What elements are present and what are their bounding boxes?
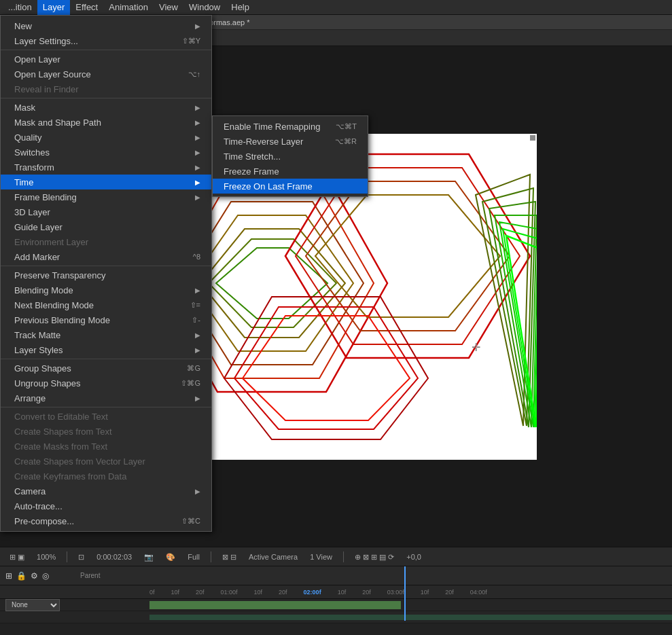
menu-item-new[interactable]: New ▶: [1, 18, 211, 33]
bottom-toolbar: ⊞ ▣ 100% ⊡ 0:00:02:03 📷 🎨 Full ⊠ ⊟ Activ…: [0, 547, 672, 566]
section-properties: Mask ▶ Mask and Shape Path ▶ Quality ▶ S…: [1, 98, 211, 264]
canvas-handle[interactable]: [530, 135, 535, 141]
ruler-mark-7: 10f: [338, 589, 347, 596]
menu-item-transform[interactable]: Transform ▶: [1, 160, 211, 175]
timeline-ruler: 0f 10f 20f 01:00f 10f 20f 02:00f 10f 20f…: [0, 585, 672, 599]
camera-icon[interactable]: ⊡: [74, 550, 88, 564]
menu-item-arrange[interactable]: Arrange ▶: [1, 391, 211, 405]
section-shapes: Group Shapes ⌘G Ungroup Shapes ⇧⌘G Arran…: [1, 359, 211, 405]
menu-item-convert-editable: Convert to Editable Text: [1, 409, 211, 424]
menu-item-camera[interactable]: Camera ▶: [1, 484, 211, 498]
ruler-mark-2: 20f: [196, 589, 205, 596]
zoom-display[interactable]: 100%: [33, 550, 60, 564]
time-item-reverse-layer[interactable]: Time-Reverse Layer ⌥⌘R: [213, 134, 368, 149]
timeline-icon-1[interactable]: ⊞: [5, 571, 12, 581]
menu-item-preserve-transparency[interactable]: Preserve Transparency: [1, 268, 211, 283]
menu-effect[interactable]: Effect: [70, 0, 103, 15]
ruler-mark-10: 10f: [421, 589, 429, 596]
ruler-mark-6: 02:00f: [304, 589, 321, 596]
menu-item-open-layer[interactable]: Open Layer: [1, 52, 211, 67]
menu-item-reveal-finder: Reveal in Finder: [1, 81, 211, 96]
snapshot-icon[interactable]: 📷: [140, 550, 158, 564]
menu-item-create-shapes-text: Create Shapes from Text: [1, 424, 211, 439]
menu-item-add-marker[interactable]: Add Marker ^8: [1, 249, 211, 264]
arrow-arrange: ▶: [195, 395, 200, 402]
arrow-quality: ▶: [195, 134, 200, 141]
menu-item-create-shapes-vector: Create Shapes from Vector Layer: [1, 454, 211, 469]
timeline-icon-2[interactable]: 🔒: [16, 571, 26, 581]
menu-item-pre-compose[interactable]: Pre-compose... ⇧⌘C: [1, 513, 211, 528]
menu-bar: ...ition Layer Effect Animation View Win…: [0, 0, 672, 15]
menu-composition[interactable]: ...ition: [3, 0, 37, 15]
menu-item-layer-styles[interactable]: Layer Styles ▶: [1, 342, 211, 357]
divider-3: [343, 551, 344, 562]
section-open: Open Layer Open Layer Source ⌥↑ Reveal i…: [1, 50, 211, 96]
menu-item-blending-mode[interactable]: Blending Mode ▶: [1, 283, 211, 297]
arrow-switches: ▶: [195, 149, 200, 156]
arrow-layer-styles: ▶: [195, 346, 200, 354]
menu-item-layer-settings[interactable]: Layer Settings... ⇧⌘Y: [1, 33, 211, 48]
active-camera-label[interactable]: Active Camera: [245, 550, 302, 564]
time-item-time-stretch[interactable]: Time Stretch...: [213, 149, 368, 164]
menu-item-auto-trace[interactable]: Auto-trace...: [1, 498, 211, 513]
time-submenu: Enable Time Remapping ⌥⌘T Time-Reverse L…: [212, 115, 368, 197]
timeline-parent-label: Parent: [80, 572, 100, 579]
menu-item-mask[interactable]: Mask ▶: [1, 100, 211, 115]
quality-label[interactable]: Full: [183, 550, 204, 564]
view-count-label[interactable]: 1 View: [306, 550, 336, 564]
menu-item-frame-blending[interactable]: Frame Blending ▶: [1, 189, 211, 204]
timeline-icon-4[interactable]: ◎: [42, 571, 49, 581]
show-channel[interactable]: 🎨: [162, 550, 179, 564]
playhead[interactable]: [404, 566, 406, 621]
parent-select[interactable]: None: [5, 599, 60, 611]
ruler-mark-0: 0f: [149, 589, 155, 596]
menu-item-group-shapes[interactable]: Group Shapes ⌘G: [1, 361, 211, 376]
menu-item-switches[interactable]: Switches ▶: [1, 145, 211, 160]
ruler-mark-12: 04:00f: [470, 589, 487, 596]
arrow-transform: ▶: [195, 164, 200, 171]
ruler-mark-8: 20f: [362, 589, 371, 596]
divider-2: [211, 551, 211, 562]
menu-item-quality[interactable]: Quality ▶: [1, 130, 211, 145]
menu-item-3d-layer[interactable]: 3D Layer: [1, 204, 211, 219]
menu-item-time[interactable]: Time ▶: [1, 175, 211, 189]
svg-text:✛: ✛: [471, 342, 480, 353]
menu-window[interactable]: Window: [183, 0, 226, 15]
layer-dropdown-menu: New ▶ Layer Settings... ⇧⌘Y Open Layer O…: [0, 15, 212, 532]
divider-1: [67, 551, 67, 562]
timeline-icon-3[interactable]: ⚙: [31, 571, 38, 581]
time-item-freeze-on-last-frame[interactable]: Freeze On Last Frame: [213, 179, 368, 194]
arrow-track-matte: ▶: [195, 331, 200, 339]
time-display[interactable]: 0:00:02:03: [92, 550, 136, 564]
svg-marker-3: [190, 215, 353, 351]
ruler-mark-5: 20f: [279, 589, 287, 596]
ruler-mark-11: 20f: [445, 589, 454, 596]
menu-animation[interactable]: Animation: [103, 0, 154, 15]
arrow-time: ▶: [195, 179, 200, 186]
ruler-mark-4: 10f: [254, 589, 263, 596]
menu-item-track-matte[interactable]: Track Matte ▶: [1, 327, 211, 342]
time-item-freeze-frame[interactable]: Freeze Frame: [213, 164, 368, 179]
menu-view[interactable]: View: [154, 0, 183, 15]
menu-help[interactable]: Help: [226, 0, 255, 15]
timeline-header: ⊞ 🔒 ⚙ ◎ Parent: [0, 566, 672, 585]
menu-item-mask-shape-path[interactable]: Mask and Shape Path ▶: [1, 115, 211, 130]
menu-item-next-blending-mode[interactable]: Next Blending Mode ⇧=: [1, 297, 211, 312]
section-blending: Preserve Transparency Blending Mode ▶ Ne…: [1, 266, 211, 357]
menu-item-previous-blending-mode[interactable]: Previous Blending Mode ⇧-: [1, 312, 211, 327]
time-item-enable-remapping[interactable]: Enable Time Remapping ⌥⌘T: [213, 119, 368, 134]
menu-item-open-layer-source[interactable]: Open Layer Source ⌥↑: [1, 67, 211, 81]
menu-item-environment-layer: Environment Layer: [1, 234, 211, 249]
menu-item-ungroup-shapes[interactable]: Ungroup Shapes ⇧⌘G: [1, 376, 211, 391]
svg-marker-20: [243, 316, 410, 420]
menu-layer[interactable]: Layer: [37, 0, 71, 15]
preview-icons: ⊞ ▣: [5, 550, 29, 564]
section-text: Convert to Editable Text Create Shapes f…: [1, 407, 211, 528]
offset-display: +0,0: [402, 550, 425, 564]
view-controls: ⊕ ⊠ ⊞ ▤ ⟳: [351, 550, 398, 564]
svg-marker-4: [200, 229, 345, 338]
ruler-mark-3: 01:00f: [221, 589, 238, 596]
menu-item-guide-layer[interactable]: Guide Layer: [1, 219, 211, 234]
arrow-mask-shape: ▶: [195, 119, 200, 126]
timeline-track-1: None: [0, 599, 672, 611]
